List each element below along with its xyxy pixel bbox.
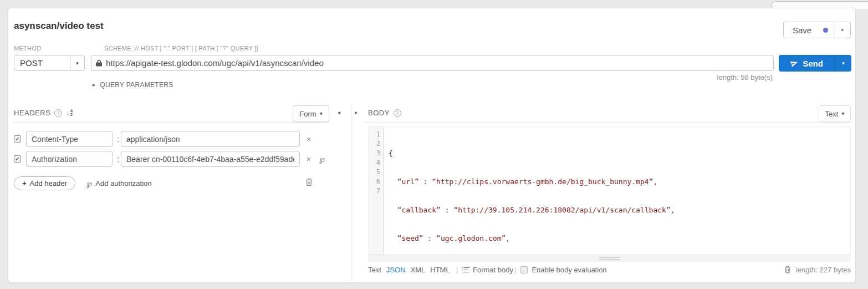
headers-mode-value: Form (299, 110, 316, 118)
editor-resize-strip (368, 255, 851, 262)
header-value-input[interactable] (121, 151, 300, 167)
code-line: “seed” : “ugc.glodon.com”, (389, 234, 850, 243)
method-select[interactable]: POST ▾ (14, 55, 85, 71)
line-number: 4 (369, 158, 380, 168)
scheme-label: SCHEME :// HOST [ ":" PORT ] [ PATH [ "?… (104, 45, 258, 52)
checkbox-unchecked-icon (520, 266, 528, 273)
code-line: { (389, 149, 850, 158)
line-number: 2 (369, 139, 380, 149)
body-title: BODY (368, 109, 390, 117)
query-parameters-toggle[interactable]: ▸ QUERY PARAMETERS (93, 81, 173, 89)
header-value-input[interactable] (121, 131, 300, 147)
enable-body-evaluation-toggle[interactable]: Enable body evaluation (520, 266, 606, 274)
close-icon[interactable]: × (304, 154, 313, 164)
caret-right-icon: ▸ (93, 82, 95, 88)
editor-gutter: 1 2 3 4 5 6 7 (369, 127, 384, 255)
chevron-down-icon: ▾ (842, 60, 845, 66)
send-button[interactable]: Send (779, 55, 835, 72)
body-mode-select[interactable]: Text ▾ (819, 105, 851, 122)
editor-code: { “url” : “http://clips.vorwaerts-gmbh.d… (384, 127, 850, 255)
body-editor[interactable]: 1 2 3 4 5 6 7 { “url” : “http://clips.vo… (368, 126, 851, 255)
line-number: 6 (369, 177, 380, 186)
body-length-text: length: 227 bytes (796, 266, 851, 274)
format-body-label: Format body (473, 266, 513, 274)
header-name-input[interactable] (26, 151, 113, 167)
line-number: 5 (369, 168, 380, 177)
body-footer-right: length: 227 bytes (784, 266, 851, 274)
query-parameters-label: QUERY PARAMETERS (100, 81, 173, 89)
code-line: “url” : “http://clips.vorwaerts-gmbh.de/… (389, 177, 850, 186)
header-name-input[interactable] (26, 131, 113, 147)
format-lines-icon (462, 267, 469, 273)
header-colon: : (116, 155, 120, 164)
unsaved-indicator-dot (823, 28, 828, 33)
method-label: METHOD (14, 45, 41, 52)
line-number: 7 (369, 186, 380, 196)
headers-panel: HEADERS ? ↓ A Z Form ▾ ✓ : (14, 105, 330, 281)
url-length-text: length: 58 byte(s) (717, 73, 773, 82)
enable-body-evaluation-label: Enable body evaluation (532, 266, 606, 274)
header-enabled-checkbox[interactable]: ✓ (14, 135, 21, 143)
api-tester-page: asynscan/video test Save ▾ METHOD SCHEME… (0, 0, 868, 289)
method-select-value: POST (14, 55, 70, 70)
headers-mode-select[interactable]: Form ▾ (293, 105, 329, 122)
resize-handle[interactable] (599, 257, 620, 260)
divider: | (456, 266, 458, 274)
add-authorization-label: Add authorization (95, 179, 151, 187)
format-json-link[interactable]: JSON (386, 266, 406, 274)
format-html-link[interactable]: HTML (430, 266, 450, 274)
lock-icon (96, 59, 102, 67)
chevron-down-icon: ▾ (70, 55, 84, 70)
save-dropdown-button[interactable]: ▾ (834, 22, 850, 38)
send-button-group: Send ▾ (779, 55, 851, 72)
send-dropdown-button[interactable]: ▾ (835, 55, 851, 72)
add-header-label: Add header (30, 179, 67, 187)
format-text-link[interactable]: Text (368, 266, 381, 274)
body-divider (363, 122, 851, 123)
chevron-down-icon: ▾ (841, 27, 844, 33)
sort-az-icon[interactable]: ↓ A Z (66, 109, 73, 117)
body-panel: BODY ? Text ▾ 1 2 3 4 5 6 7 { (363, 105, 851, 283)
chevron-down-icon: ▾ (320, 111, 323, 116)
body-footer: Text JSON XML HTML | Format body | Enabl… (368, 265, 851, 275)
save-button-group: Save ▾ (783, 22, 851, 38)
body-title-row: BODY ? (368, 109, 401, 117)
url-input[interactable] (106, 58, 769, 68)
headers-actions-row: + Add header ℘ Add authorization (14, 176, 330, 190)
request-card: asynscan/video test Save ▾ METHOD SCHEME… (8, 8, 856, 283)
header-row: ✓ : × ℘ (14, 151, 21, 167)
header-colon: : (116, 135, 120, 144)
line-number: 1 (369, 130, 380, 139)
plus-icon: + (22, 179, 27, 187)
headers-divider (14, 122, 330, 123)
help-icon[interactable]: ? (394, 109, 401, 117)
help-icon[interactable]: ? (54, 109, 62, 117)
format-xml-link[interactable]: XML (411, 266, 426, 274)
key-icon[interactable]: ℘ (318, 154, 326, 164)
headers-title: HEADERS (14, 109, 50, 117)
add-header-button[interactable]: + Add header (14, 176, 75, 190)
key-icon: ℘ (86, 179, 92, 189)
url-input-wrap (91, 55, 774, 71)
format-body-button[interactable]: Format body (462, 266, 513, 274)
trash-icon[interactable] (305, 178, 313, 186)
trash-icon[interactable] (784, 266, 791, 273)
send-button-label: Send (803, 59, 823, 68)
save-button[interactable]: Save (784, 22, 834, 38)
paper-plane-icon (789, 58, 799, 68)
divider: | (514, 266, 516, 274)
chevron-down-icon: ▾ (841, 111, 844, 116)
collapse-right-icon[interactable]: ▸ (355, 109, 358, 115)
header-row: ✓ : × (14, 131, 21, 147)
panel-splitter[interactable] (351, 105, 351, 281)
save-button-label: Save (793, 26, 811, 35)
headers-title-row: HEADERS ? ↓ A Z (14, 109, 73, 117)
collapse-left-icon[interactable]: ◂ (338, 109, 340, 115)
close-icon[interactable]: × (304, 134, 313, 144)
header-enabled-checkbox[interactable]: ✓ (14, 155, 21, 163)
body-mode-value: Text (825, 110, 839, 118)
line-number: 3 (369, 149, 380, 158)
code-line: “callback” : “http://39.105.214.226:1808… (389, 205, 850, 215)
page-title: asynscan/video test (14, 21, 104, 32)
add-authorization-button[interactable]: ℘ Add authorization (86, 179, 152, 189)
